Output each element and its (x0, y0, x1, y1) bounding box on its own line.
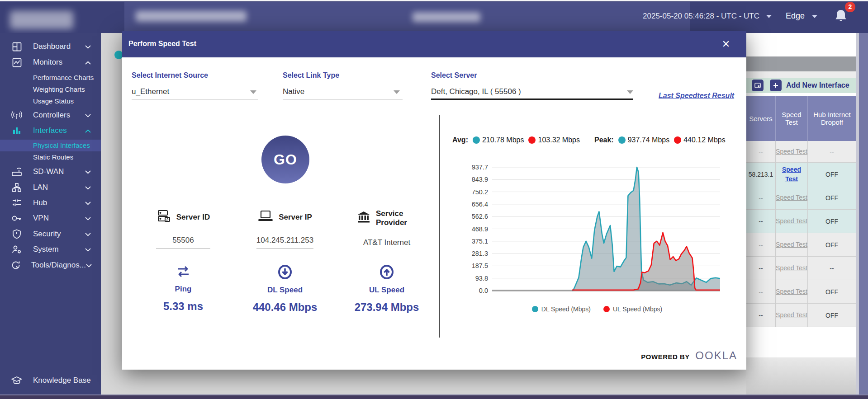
speed-test-link[interactable]: Speed Test (776, 216, 807, 226)
service-provider-block: Service Provider AT&T Internet (337, 209, 436, 251)
sidebar-item-static-routes[interactable]: Static Routes (0, 151, 101, 163)
modal-header: Perform Speed Test ✕ (122, 31, 746, 57)
chevron-down-icon (85, 245, 91, 254)
server-ip-icon (258, 209, 273, 225)
link-type-select[interactable]: Native (283, 87, 304, 96)
col-header-servers: Servers (746, 96, 776, 141)
link-type-label: Select Link Type (283, 71, 339, 80)
svg-text:187.5: 187.5 (472, 262, 488, 269)
servers-cell: -- (746, 233, 776, 257)
upload-icon (379, 273, 394, 281)
hub-dropoff-cell: OFF (808, 163, 856, 186)
avg-dl-value: 210.78 Mbps (482, 136, 524, 144)
dl-speed-block: DL Speed 440.46 Mbps (235, 265, 335, 314)
server-id-label: Server ID (176, 213, 210, 222)
service-provider-icon (357, 211, 370, 226)
sidebar-item-monitors[interactable]: Monitors (0, 55, 101, 70)
sidebar-item-security[interactable]: Security (0, 226, 101, 242)
background-strip (746, 71, 856, 78)
server-id-block: Server ID 55506 (133, 209, 233, 249)
table-row: -- Speed Test OFF (746, 186, 856, 210)
speed-test-link[interactable]: Speed Test (776, 287, 807, 296)
chevron-down-icon (85, 42, 91, 51)
servers-cell: -- (746, 210, 776, 233)
sidebar-item-hub[interactable]: Hub (0, 195, 101, 211)
internet-source-label: Select Internet Source (132, 71, 208, 80)
sidebar-item-label: Controllers (33, 111, 85, 120)
ul-dot-icon (603, 306, 610, 312)
speed-test-link[interactable]: Speed Test (776, 310, 807, 320)
notifications-bell-icon[interactable] (834, 8, 848, 23)
sidebar-item-performance-charts[interactable]: Performance Charts (0, 72, 101, 84)
sidebar-item-vpn[interactable]: VPN (0, 211, 101, 226)
sidebar-item-lan[interactable]: LAN (0, 180, 101, 195)
close-icon[interactable]: ✕ (719, 38, 733, 52)
service-provider-value: AT&T Internet (360, 238, 414, 251)
edge-dropdown[interactable]: Edge (786, 11, 805, 21)
ul-dot-icon (674, 136, 681, 144)
svg-text:375.1: 375.1 (472, 238, 488, 245)
chevron-down-icon (85, 230, 91, 239)
dropdown-arrow-icon[interactable] (394, 90, 400, 94)
blurred-device-title (136, 11, 247, 22)
blurred-device-subtitle (413, 12, 480, 22)
go-button[interactable]: GO (261, 136, 309, 183)
sidebar-item-physical-interfaces[interactable]: Physical Interfaces (0, 140, 101, 151)
interfaces-icon (11, 126, 23, 136)
sidebar-item-tools-diagnostics[interactable]: Tools/Diagnos... (0, 258, 101, 273)
scrollbar-thumb[interactable] (859, 33, 868, 395)
table-row: -- Speed Test OFF (746, 210, 856, 233)
speed-test-link[interactable]: Speed Test (776, 193, 807, 202)
svg-text:937.7: 937.7 (472, 164, 488, 171)
dashboard-icon (11, 42, 23, 52)
server-select[interactable]: Deft, Chicago, IL ( 55506 ) (431, 87, 521, 96)
sidebar-item-controllers[interactable]: Controllers (0, 108, 101, 123)
servers-cell: -- (746, 304, 776, 327)
speed-test-link[interactable]: Speed Test (776, 147, 807, 156)
internet-source-select[interactable]: u_Ethernet (132, 87, 169, 96)
table-row: -- Speed Test OFF (746, 233, 856, 257)
dropdown-arrow-icon[interactable] (627, 90, 633, 94)
dl-speed-label: DL Speed (235, 286, 335, 295)
sidebar-item-label: LAN (33, 183, 85, 192)
sidebar-item-weighting-charts[interactable]: Weighting Charts (0, 84, 101, 95)
sidebar-item-sdwan[interactable]: SD-WAN (0, 164, 101, 179)
ping-icon (175, 272, 191, 280)
add-new-interface-button[interactable]: Add New Interface (786, 81, 849, 89)
col-header-speed-test: Speed Test (776, 96, 808, 141)
speed-test-link[interactable]: Speed Test (776, 240, 807, 249)
sidebar-item-label: Hub (33, 198, 85, 207)
bottom-bar (0, 395, 868, 399)
timezone-dropdown-arrow[interactable] (766, 15, 772, 18)
dl-dot-icon (473, 136, 480, 144)
sdwan-router-icon (11, 167, 23, 177)
dropdown-arrow-icon[interactable] (250, 90, 256, 94)
sidebar-item-knowledge-base[interactable]: Knowledge Base (0, 371, 101, 390)
notification-count-badge[interactable]: 2 (845, 2, 855, 12)
ul-speed-value: 273.94 Mbps (337, 301, 436, 314)
sidebar-item-system[interactable]: System (0, 242, 101, 257)
svg-text:656.4: 656.4 (472, 201, 488, 208)
last-speedtest-result-link[interactable]: Last Speedtest Result (659, 92, 734, 100)
peak-ul-value: 440.12 Mbps (683, 136, 726, 144)
add-interface-plus-button[interactable] (770, 80, 782, 91)
peak-dl-value: 937.74 Mbps (628, 136, 670, 144)
legend-ul: UL Speed (Mbps) (603, 305, 662, 313)
sidebar-item-label: SD-WAN (33, 167, 85, 176)
ul-dot-icon (528, 136, 536, 144)
sidebar-item-dashboard[interactable]: Dashboard (0, 39, 101, 54)
sidebar-item-interfaces[interactable]: Interfaces (0, 123, 101, 138)
svg-text:750.2: 750.2 (472, 188, 488, 196)
speed-test-link[interactable]: Speed Test (776, 263, 807, 273)
servers-cell: -- (746, 257, 776, 280)
server-ip-block: Server IP 104.245.211.253 (235, 209, 335, 249)
datetime-display[interactable]: 2025-05-20 05:46:28 - UTC - UTC (643, 12, 759, 21)
speed-test-link[interactable]: Speed Test (776, 165, 807, 184)
grid-view-button[interactable] (752, 80, 764, 91)
lan-icon (11, 183, 23, 192)
security-shield-icon (11, 229, 23, 239)
sidebar-item-label: Security (33, 230, 85, 239)
sidebar-item-usage-status[interactable]: Usage Status (0, 95, 101, 107)
server-label: Select Server (431, 71, 477, 80)
edge-dropdown-arrow[interactable] (812, 15, 817, 18)
